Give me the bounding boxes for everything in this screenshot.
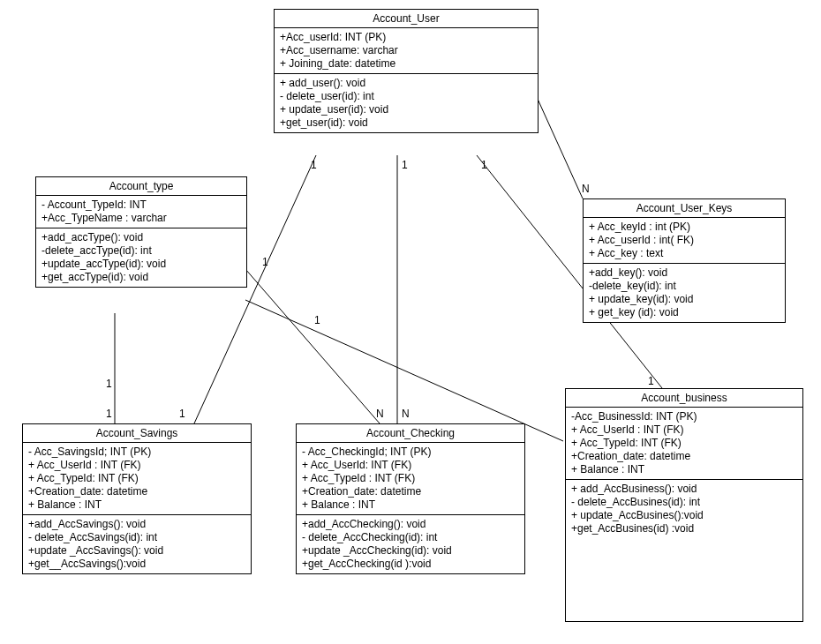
op: + update_key(id): void — [589, 293, 780, 306]
mult-type-savings-1a: 1 — [106, 378, 112, 390]
op: +add_AccSavings(): void — [28, 518, 245, 531]
attr: + Acc_UserId : INT (FK) — [571, 423, 797, 437]
op: - delete_AccBusines(id): int — [571, 496, 797, 509]
attributes: - Account_TypeId: INT +Acc_TypeName : va… — [36, 196, 246, 228]
op: + update_user(id): void — [280, 103, 532, 116]
attributes: +Acc_userId: INT (PK) +Acc_username: var… — [275, 28, 538, 74]
mult-type-business-1a: 1 — [314, 314, 320, 326]
mult-type-savings-1b: 1 — [106, 408, 112, 420]
class-title: Account_type — [36, 177, 246, 196]
attr: + Acc_TypeId: INT (FK) — [28, 472, 245, 485]
attr: +Acc_username: varchar — [280, 44, 532, 57]
mult-user-business-1: 1 — [481, 159, 487, 171]
attr: + Acc_UserId : INT (FK) — [28, 459, 245, 472]
attr: + Balance : INT — [571, 463, 797, 476]
class-title: Account_User — [275, 10, 538, 28]
op: - delete_AccChecking(id): int — [302, 531, 519, 544]
op: +add_key(): void — [589, 266, 780, 280]
op: +add_accType(): void — [41, 231, 241, 244]
attr: + Acc_userId : int( FK) — [589, 234, 780, 247]
class-account-user-keys: Account_User_Keys + Acc_keyId : int (PK)… — [583, 198, 786, 323]
attr: - Acc_CheckingId; INT (PK) — [302, 446, 519, 459]
op: +get__AccSavings():void — [28, 558, 245, 571]
operations: +add_AccChecking(): void - delete_AccChe… — [297, 515, 524, 573]
attr: - Account_TypeId: INT — [41, 198, 241, 212]
mult-user-keys-n: N — [582, 183, 590, 195]
attr: +Creation_date: datetime — [302, 485, 519, 498]
mult-user-business-2: 1 — [648, 375, 654, 387]
operations: + add_AccBusiness(): void - delete_AccBu… — [566, 480, 802, 538]
operations: + add_user(): void - delete_user(id): in… — [275, 74, 538, 132]
op: + update_AccBusines():void — [571, 509, 797, 522]
class-title: Account_User_Keys — [584, 199, 785, 218]
op: -delete_key(id): int — [589, 280, 780, 293]
attributes: - Acc_SavingsId; INT (PK) + Acc_UserId :… — [23, 443, 251, 515]
attributes: + Acc_keyId : int (PK) + Acc_userId : in… — [584, 218, 785, 264]
attr: + Balance : INT — [302, 498, 519, 512]
attr: +Creation_date: datetime — [28, 485, 245, 498]
mult-user-savings-1: 1 — [311, 159, 317, 171]
attr: +Creation_date: datetime — [571, 450, 797, 463]
svg-line-6 — [245, 300, 563, 441]
mult-user-checking-1: 1 — [402, 159, 408, 171]
uml-diagram: { "classes": { "account_user": { "title"… — [0, 0, 821, 644]
op: +get_AccChecking(id ):void — [302, 558, 519, 571]
mult-type-checking-n: N — [376, 408, 384, 420]
attr: + Acc_UserId: INT (FK) — [302, 459, 519, 472]
svg-line-5 — [245, 269, 380, 423]
mult-user-savings-2: 1 — [179, 408, 185, 420]
op: +update _AccChecking(id): void — [302, 544, 519, 558]
class-account-checking: Account_Checking - Acc_CheckingId; INT (… — [296, 423, 525, 574]
op: + add_AccBusiness(): void — [571, 483, 797, 496]
class-account-type: Account_type - Account_TypeId: INT +Acc_… — [35, 176, 247, 288]
class-title: Account_Savings — [23, 424, 251, 443]
attributes: -Acc_BusinessId: INT (PK) + Acc_UserId :… — [566, 408, 802, 480]
attr: +Acc_TypeName : varchar — [41, 212, 241, 225]
attr: + Acc_TypeId : INT (FK) — [302, 472, 519, 485]
op: - delete_user(id): int — [280, 90, 532, 103]
attr: -Acc_BusinessId: INT (PK) — [571, 410, 797, 423]
attr: + Acc_TypeId: INT (FK) — [571, 437, 797, 450]
attr: + Joining_date: datetime — [280, 57, 532, 71]
op: +get_user(id): void — [280, 116, 532, 130]
op: + add_user(): void — [280, 77, 532, 90]
attr: + Acc_key : text — [589, 247, 780, 260]
attr: + Balance : INT — [28, 498, 245, 512]
mult-type-checking-1a: 1 — [262, 256, 268, 268]
op: -delete_accType(id): int — [41, 244, 241, 258]
attr: + Acc_keyId : int (PK) — [589, 221, 780, 234]
class-title: Account_Checking — [297, 424, 524, 443]
operations: +add_accType(): void -delete_accType(id)… — [36, 228, 246, 287]
class-title: Account_business — [566, 389, 802, 408]
op: +get_AccBusines(id) :void — [571, 522, 797, 535]
op: +get_accType(id): void — [41, 271, 241, 284]
class-account-savings: Account_Savings - Acc_SavingsId; INT (PK… — [22, 423, 252, 574]
operations: +add_AccSavings(): void - delete_AccSavi… — [23, 515, 251, 573]
svg-line-3 — [537, 97, 583, 198]
op: - delete_AccSavings(id): int — [28, 531, 245, 544]
op: +update_accType(id): void — [41, 258, 241, 271]
op: +add_AccChecking(): void — [302, 518, 519, 531]
op: +update _AccSavings(): void — [28, 544, 245, 558]
attributes: - Acc_CheckingId; INT (PK) + Acc_UserId:… — [297, 443, 524, 515]
class-account-business: Account_business -Acc_BusinessId: INT (P… — [565, 388, 803, 622]
op: + get_key (id): void — [589, 306, 780, 319]
operations: +add_key(): void -delete_key(id): int + … — [584, 264, 785, 322]
attr: - Acc_SavingsId; INT (PK) — [28, 446, 245, 459]
class-account-user: Account_User +Acc_userId: INT (PK) +Acc_… — [274, 9, 539, 133]
attr: +Acc_userId: INT (PK) — [280, 31, 532, 44]
mult-user-checking-n: N — [402, 408, 410, 420]
